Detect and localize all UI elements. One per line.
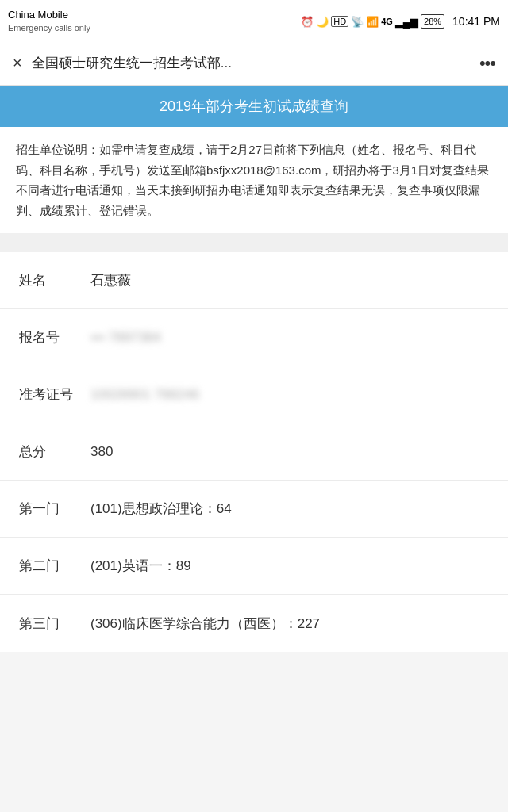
info-label: 准考证号 <box>19 385 90 404</box>
hotspot-icon: 📡 <box>351 16 364 28</box>
table-row: 总分380 <box>0 423 508 481</box>
info-value: 380 <box>90 444 489 460</box>
info-label: 报名号 <box>19 328 90 347</box>
signal-4g-icon: 4G <box>381 17 393 26</box>
info-label: 第一门 <box>19 500 90 518</box>
more-button[interactable]: ••• <box>479 53 495 74</box>
info-value: (306)临床医学综合能力（西医）：227 <box>90 615 489 633</box>
close-button[interactable]: × <box>13 54 22 72</box>
table-row: 第二门(201)英语一：89 <box>0 538 508 595</box>
page-title: 2019年部分考生初试成绩查询 <box>160 98 348 114</box>
info-value: 10028901 788246 <box>90 387 489 403</box>
table-row: 报名号••• 7897384 <box>0 309 508 366</box>
table-row: 姓名石惠薇 <box>0 252 508 309</box>
section-divider <box>0 239 508 252</box>
status-time: 10:41 PM <box>452 15 500 28</box>
alarm-icon: ⏰ <box>301 16 314 28</box>
battery-icon: 28% <box>421 14 444 29</box>
hd-icon: HD <box>331 16 348 27</box>
emergency-text: Emergency calls only <box>8 22 90 33</box>
notice-box: 招生单位说明：如需申请复查成绩，请于2月27日前将下列信息（姓名、报名号、科目代… <box>0 127 508 239</box>
info-value: (101)思想政治理论：64 <box>90 500 489 518</box>
notice-text: 招生单位说明：如需申请复查成绩，请于2月27日前将下列信息（姓名、报名号、科目代… <box>16 140 492 220</box>
moon-icon: 🌙 <box>316 16 329 28</box>
nav-bar: × 全国硕士研究生统一招生考试部... ••• <box>0 41 508 86</box>
info-table: 姓名石惠薇报名号••• 7897384准考证号10028901 788246总分… <box>0 252 508 652</box>
info-label: 姓名 <box>19 271 90 289</box>
status-icons-group: ⏰ 🌙 HD 📡 📶 4G ▂▄▆ 28% 10:41 PM <box>301 14 500 29</box>
info-label: 第三门 <box>19 615 90 633</box>
signal-bars-icon: ▂▄▆ <box>395 16 418 28</box>
info-value: ••• 7897384 <box>90 330 489 346</box>
table-row: 第一门(101)思想政治理论：64 <box>0 481 508 538</box>
info-value: 石惠薇 <box>90 271 489 289</box>
nav-title: 全国硕士研究生统一招生考试部... <box>32 54 470 72</box>
info-label: 第二门 <box>19 557 90 575</box>
battery-level: 28% <box>424 17 441 26</box>
page-header: 2019年部分考生初试成绩查询 <box>0 86 508 127</box>
signal-icons: ⏰ 🌙 HD 📡 📶 4G ▂▄▆ 28% <box>301 14 444 29</box>
table-row: 准考证号10028901 788246 <box>0 366 508 423</box>
carrier-name: China Mobile <box>8 9 90 22</box>
info-label: 总分 <box>19 442 90 461</box>
table-row: 第三门(306)临床医学综合能力（西医）：227 <box>0 595 508 652</box>
info-value: (201)英语一：89 <box>90 557 489 575</box>
status-bar: China Mobile Emergency calls only ⏰ 🌙 HD… <box>0 0 508 41</box>
wifi-icon: 📶 <box>366 16 379 28</box>
carrier-info: China Mobile Emergency calls only <box>8 9 90 33</box>
